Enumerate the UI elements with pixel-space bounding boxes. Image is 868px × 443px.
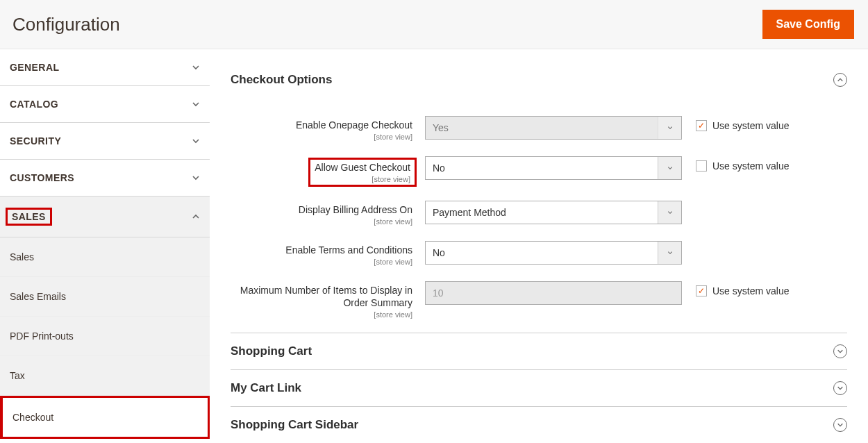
input-max-items xyxy=(425,281,682,305)
scope-label: [store view] xyxy=(315,175,410,183)
use-system-checkbox[interactable] xyxy=(696,120,707,131)
select-billing-address[interactable]: Payment Method xyxy=(425,201,682,224)
select-value: Yes xyxy=(426,122,456,133)
sidebar-group-customers[interactable]: CUSTOMERS xyxy=(0,160,210,197)
expand-icon xyxy=(833,418,847,432)
dropdown-arrow-icon xyxy=(658,117,681,139)
section-shopping-cart[interactable]: Shopping Cart xyxy=(231,333,847,370)
scope-label: [store view] xyxy=(231,217,412,226)
select-value: No xyxy=(426,162,452,174)
select-value: No xyxy=(426,247,452,258)
chevron-down-icon xyxy=(192,100,200,108)
sidebar-item-tax[interactable]: Tax xyxy=(0,356,210,396)
section-title: My Cart Link xyxy=(231,381,301,395)
sidebar-item-pdf-printouts[interactable]: PDF Print-outs xyxy=(0,317,210,356)
sidebar-group-label: SECURITY xyxy=(10,135,61,147)
page-title: Configuration xyxy=(12,14,120,35)
expand-icon xyxy=(833,381,847,395)
field-billing-address: Display Billing Address On [store view] … xyxy=(231,201,847,226)
field-label: Enable Onepage Checkout xyxy=(296,119,412,131)
chevron-down-icon xyxy=(192,63,200,72)
section-cart-sidebar[interactable]: Shopping Cart Sidebar xyxy=(231,407,847,443)
section-title: Checkout Options xyxy=(231,73,332,87)
chevron-down-icon xyxy=(192,174,200,182)
sidebar-group-label: CUSTOMERS xyxy=(10,172,74,183)
section-title: Shopping Cart xyxy=(231,344,312,358)
dropdown-arrow-icon xyxy=(658,201,681,224)
field-enable-onepage: Enable Onepage Checkout [store view] Yes… xyxy=(231,116,847,141)
main-content: Checkout Options Enable Onepage Checkout… xyxy=(210,49,868,443)
sidebar-item-sales[interactable]: Sales xyxy=(0,237,210,277)
use-system-label: Use system value xyxy=(712,160,789,172)
sidebar-group-catalog[interactable]: CATALOG xyxy=(0,86,210,123)
scope-label: [store view] xyxy=(231,258,412,266)
use-system-label: Use system value xyxy=(712,120,789,131)
section-my-cart-link[interactable]: My Cart Link xyxy=(231,370,847,407)
field-max-items: Maximum Number of Items to Display in Or… xyxy=(231,281,847,319)
chevron-up-icon xyxy=(192,212,200,221)
chevron-down-icon xyxy=(192,137,200,145)
field-terms-conditions: Enable Terms and Conditions [store view]… xyxy=(231,241,847,266)
field-label: Maximum Number of Items to Display in Or… xyxy=(240,285,412,308)
expand-icon xyxy=(833,344,847,358)
field-label: Enable Terms and Conditions xyxy=(285,244,412,256)
dropdown-arrow-icon xyxy=(658,157,681,179)
select-allow-guest[interactable]: No xyxy=(425,156,682,180)
sidebar-group-label: SALES xyxy=(6,208,52,226)
collapse-icon xyxy=(833,73,847,87)
sidebar-group-security[interactable]: SECURITY xyxy=(0,123,210,160)
save-config-button[interactable]: Save Config xyxy=(762,10,854,39)
field-label: Display Billing Address On xyxy=(299,204,412,215)
scope-label: [store view] xyxy=(231,310,412,319)
use-system-label: Use system value xyxy=(712,285,789,296)
checkout-options-fieldset: Enable Onepage Checkout [store view] Yes… xyxy=(231,98,847,333)
select-value: Payment Method xyxy=(426,207,513,218)
use-system-checkbox[interactable] xyxy=(696,160,707,172)
config-sidebar: GENERAL CATALOG SECURITY CUSTOMERS SALES… xyxy=(0,49,210,443)
select-enable-onepage: Yes xyxy=(425,116,682,140)
sidebar-group-sales[interactable]: SALES xyxy=(0,197,210,237)
field-label: Allow Guest Checkout xyxy=(315,162,410,173)
sidebar-item-sales-emails[interactable]: Sales Emails xyxy=(0,277,210,317)
section-checkout-options[interactable]: Checkout Options xyxy=(231,62,847,98)
field-allow-guest: Allow Guest Checkout [store view] No Use… xyxy=(231,156,847,185)
scope-label: [store view] xyxy=(231,133,412,141)
sidebar-item-checkout[interactable]: Checkout xyxy=(0,396,210,439)
dropdown-arrow-icon xyxy=(658,242,681,264)
sidebar-group-general[interactable]: GENERAL xyxy=(0,49,210,86)
use-system-checkbox[interactable] xyxy=(696,285,707,296)
section-title: Shopping Cart Sidebar xyxy=(231,418,358,432)
select-terms-conditions[interactable]: No xyxy=(425,241,682,265)
sidebar-group-label: GENERAL xyxy=(10,62,59,73)
sidebar-group-label: CATALOG xyxy=(10,99,58,110)
